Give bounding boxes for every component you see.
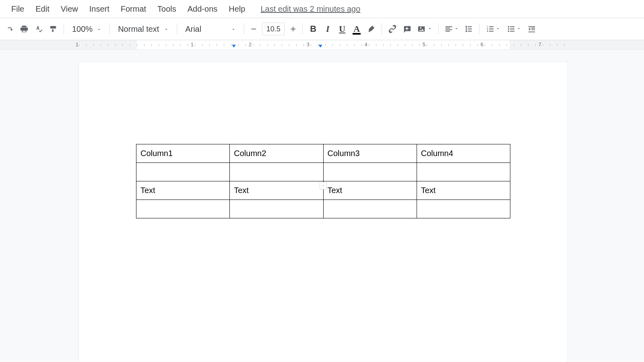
spellcheck-button[interactable] xyxy=(31,22,46,36)
table-cell[interactable]: Text xyxy=(136,181,230,200)
last-edit-link[interactable]: Last edit was 2 minutes ago xyxy=(260,4,360,14)
underline-icon: U xyxy=(339,24,345,34)
menu-format[interactable]: Format xyxy=(115,2,152,16)
chevron-down-icon xyxy=(516,25,521,33)
chevron-down-icon xyxy=(97,25,101,34)
line-spacing-icon xyxy=(464,25,473,33)
document-table[interactable]: Column1Column2Column3Column4TextTextText… xyxy=(136,144,510,218)
menu-bar: File Edit View Insert Format Tools Add-o… xyxy=(0,0,644,18)
table-row[interactable]: TextTextTextText xyxy=(136,181,510,200)
align-left-icon xyxy=(444,25,453,33)
table-cell[interactable] xyxy=(230,200,323,218)
table-row[interactable] xyxy=(136,163,510,181)
text-color-button[interactable]: A xyxy=(349,22,364,36)
numbered-list-icon xyxy=(486,25,495,33)
image-icon xyxy=(417,25,426,33)
table-cell[interactable] xyxy=(136,200,230,218)
underline-button[interactable]: U xyxy=(335,22,349,36)
menu-edit[interactable]: Edit xyxy=(30,2,55,16)
chevron-down-icon xyxy=(164,25,169,34)
numbered-list-button[interactable] xyxy=(483,22,504,36)
align-button[interactable] xyxy=(442,22,461,36)
toolbar-separator xyxy=(109,23,110,35)
table-cell[interactable] xyxy=(323,200,417,218)
table-cell[interactable]: Column2 xyxy=(230,144,323,163)
chevron-down-icon xyxy=(231,25,236,34)
table-cell[interactable] xyxy=(417,200,510,218)
horizontal-ruler[interactable]: 1 1 2 3 4 5 6 7 xyxy=(0,40,644,50)
link-icon xyxy=(388,25,397,33)
table-cell[interactable]: Column3 xyxy=(323,144,417,163)
table-row[interactable] xyxy=(136,200,510,218)
font-size-input[interactable]: 10.5 xyxy=(262,23,285,35)
zoom-dropdown[interactable]: 100% xyxy=(67,22,106,36)
insert-comment-button[interactable] xyxy=(400,22,414,36)
text-color-swatch xyxy=(353,33,361,35)
insert-image-button[interactable] xyxy=(414,22,435,36)
redo-button[interactable] xyxy=(2,22,17,36)
chevron-down-icon xyxy=(427,25,432,33)
menu-addons[interactable]: Add-ons xyxy=(182,2,223,16)
table-cell[interactable]: Text xyxy=(230,181,323,200)
zoom-value: 100% xyxy=(72,25,93,34)
paint-format-button[interactable] xyxy=(46,22,60,36)
toolbar-separator xyxy=(244,23,244,35)
table-cell[interactable]: Column4 xyxy=(417,144,510,163)
paragraph-style-value: Normal text xyxy=(118,25,159,34)
font-size-group: − 10.5 + xyxy=(248,23,299,35)
line-spacing-button[interactable] xyxy=(461,22,476,36)
print-button[interactable] xyxy=(17,22,31,36)
print-icon xyxy=(20,25,29,33)
document-page[interactable]: Column1Column2Column3Column4TextTextText… xyxy=(79,62,568,362)
table-cell[interactable]: Text xyxy=(417,181,510,200)
right-indent-marker[interactable] xyxy=(318,44,323,50)
toolbar-separator xyxy=(479,23,479,35)
insert-link-button[interactable] xyxy=(385,22,400,36)
redo-icon xyxy=(5,25,14,33)
table-cell[interactable] xyxy=(417,163,510,181)
font-size-decrease-button[interactable]: − xyxy=(248,23,260,35)
bulleted-list-button[interactable] xyxy=(504,22,524,36)
highlighter-icon xyxy=(367,25,376,33)
bold-button[interactable]: B xyxy=(306,22,320,36)
table-cell[interactable] xyxy=(230,163,323,181)
menu-insert[interactable]: Insert xyxy=(84,2,115,16)
toolbar-separator xyxy=(438,23,439,35)
table-cell[interactable]: Text xyxy=(323,181,417,200)
italic-icon: I xyxy=(326,24,330,34)
toolbar-separator xyxy=(177,23,177,35)
table-row[interactable]: Column1Column2Column3Column4 xyxy=(136,144,510,163)
toolbar-separator xyxy=(382,23,382,35)
highlight-color-button[interactable] xyxy=(364,22,378,36)
paint-roller-icon xyxy=(49,25,58,33)
menu-tools[interactable]: Tools xyxy=(152,2,182,16)
menu-file[interactable]: File xyxy=(6,2,30,16)
menu-view[interactable]: View xyxy=(55,2,84,16)
bulleted-list-icon xyxy=(507,25,516,33)
decrease-indent-button[interactable] xyxy=(524,22,539,36)
ruler-page-area xyxy=(79,40,568,49)
chevron-down-icon xyxy=(495,25,500,33)
toolbar-separator xyxy=(302,23,303,35)
paragraph-style-dropdown[interactable]: Normal text xyxy=(113,22,173,36)
page-content[interactable]: Column1Column2Column3Column4TextTextText… xyxy=(136,144,510,218)
font-size-increase-button[interactable]: + xyxy=(287,23,299,35)
font-family-value: Arial xyxy=(185,25,201,34)
menu-help[interactable]: Help xyxy=(223,2,251,16)
toolbar-separator xyxy=(64,23,64,35)
chevron-down-icon xyxy=(454,25,459,33)
document-canvas[interactable]: Column1Column2Column3Column4TextTextText… xyxy=(0,50,644,362)
italic-button[interactable]: I xyxy=(320,22,335,36)
indent-decrease-icon xyxy=(527,25,536,33)
toolbar: 100% Normal text Arial − 10.5 + B I U A xyxy=(0,18,644,40)
bold-icon: B xyxy=(310,24,316,34)
comment-add-icon xyxy=(402,25,411,33)
table-cell[interactable] xyxy=(136,163,230,181)
spellcheck-icon xyxy=(34,25,43,33)
table-cell[interactable] xyxy=(323,163,417,181)
left-indent-marker[interactable] xyxy=(231,44,237,50)
table-cell[interactable]: Column1 xyxy=(136,144,230,163)
font-family-dropdown[interactable]: Arial xyxy=(180,22,241,36)
